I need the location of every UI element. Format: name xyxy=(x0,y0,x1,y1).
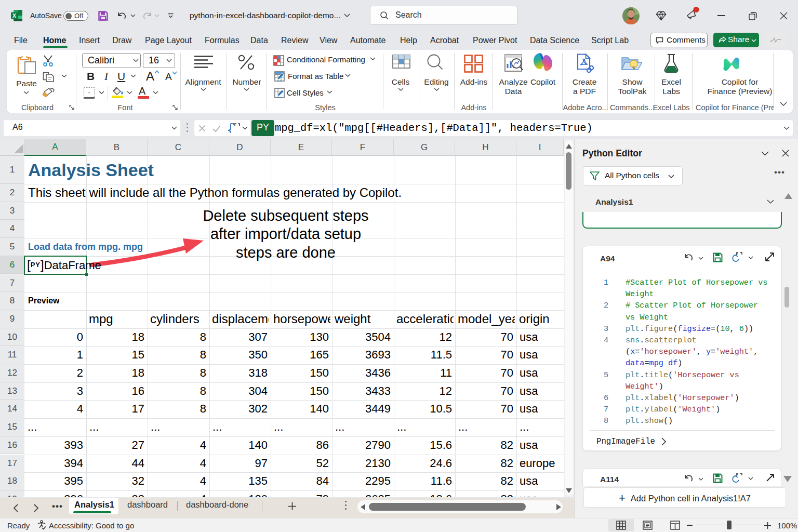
svg-text:X: X xyxy=(12,12,16,19)
